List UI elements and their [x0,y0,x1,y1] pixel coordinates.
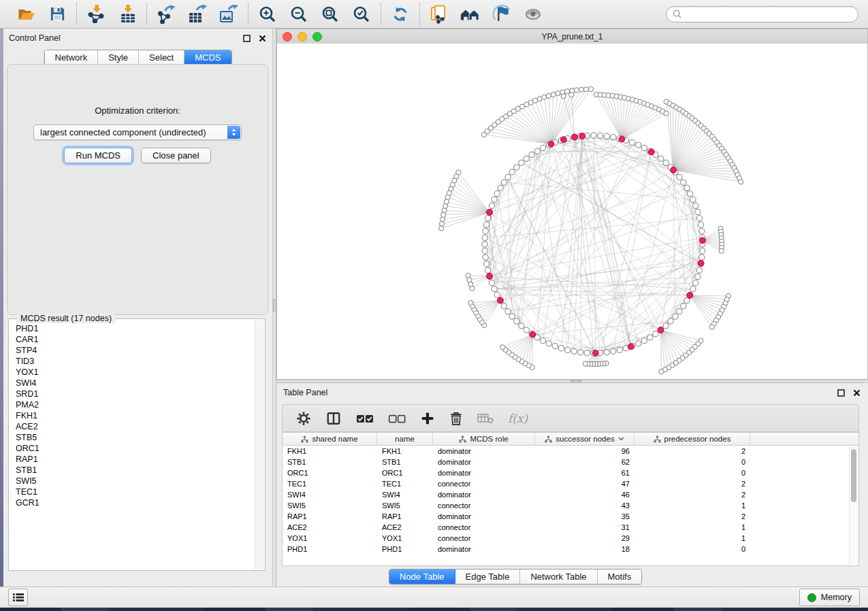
network-node[interactable] [565,347,570,352]
network-node[interactable] [698,222,703,227]
tab-edge-table[interactable]: Edge Table [455,569,521,584]
network-leaf-node[interactable] [439,226,444,231]
table-row[interactable]: YOX1YOX1connector291 [283,533,858,544]
column-header-shared-name[interactable]: shared name [283,433,377,445]
network-node[interactable] [529,152,534,157]
home-icon[interactable] [460,4,481,24]
network-node[interactable] [684,298,690,303]
table-cell[interactable]: 1 [634,523,750,531]
network-leaf-node[interactable] [439,221,444,226]
table-cell[interactable]: dominator [433,491,535,499]
network-node[interactable] [578,350,583,355]
network-node[interactable] [494,191,500,197]
network-leaf-node[interactable] [588,86,593,91]
network-hub-node[interactable] [498,297,504,303]
mcds-result-item[interactable]: FKH1 [10,410,255,421]
network-hub-node[interactable] [548,141,554,147]
network-node[interactable] [673,314,678,319]
network-leaf-node[interactable] [583,87,588,92]
table-cell[interactable]: RAP1 [283,512,377,521]
network-node[interactable] [591,133,596,138]
network-node[interactable] [541,338,546,344]
network-hub-node[interactable] [530,331,536,337]
network-hub-node[interactable] [572,134,578,140]
tab-network[interactable]: Network [44,50,98,65]
table-cell[interactable]: 0 [634,458,750,466]
table-cell[interactable]: 2 [634,491,750,499]
network-node[interactable] [514,165,519,170]
network-node[interactable] [505,309,511,314]
import-table-icon[interactable] [117,4,138,24]
save-session-icon[interactable] [47,4,67,24]
table-cell[interactable]: SWI5 [283,501,377,510]
table-cell[interactable]: 61 [535,469,634,477]
table-cell[interactable]: PHD1 [283,545,377,553]
table-cell[interactable]: connector [433,480,535,488]
network-node[interactable] [509,169,515,175]
table-cell[interactable]: dominator [433,545,535,553]
network-node[interactable] [636,142,641,148]
network-node[interactable] [663,160,669,165]
network-node[interactable] [693,203,698,208]
table-cell[interactable]: 43 [535,501,634,510]
mcds-result-item[interactable]: STB1 [10,465,255,476]
close-panel-icon[interactable] [852,388,861,397]
column-header-mcds-role[interactable]: MCDS role [433,433,535,445]
network-hub-node[interactable] [487,273,493,279]
column-header-successor-nodes[interactable]: successor nodes [535,433,634,445]
network-node[interactable] [524,327,529,333]
network-node[interactable] [514,318,519,324]
delete-column-icon[interactable] [449,411,463,426]
table-row[interactable]: SWI5SWI5connector431 [283,500,858,511]
table-cell[interactable]: 35 [535,512,634,521]
network-node[interactable] [498,185,503,191]
network-node[interactable] [524,156,529,161]
network-leaf-node[interactable] [583,361,588,366]
open-file-icon[interactable] [16,4,36,24]
zoom-in-icon[interactable] [257,4,278,24]
table-cell[interactable]: ORC1 [377,469,433,477]
network-node[interactable] [598,133,603,138]
network-node[interactable] [519,160,524,165]
network-node[interactable] [693,280,698,286]
criterion-dropdown[interactable]: largest connected component (undirected) [33,125,242,140]
network-node[interactable] [552,344,558,349]
network-node[interactable] [604,350,609,355]
column-header-predecessor-nodes[interactable]: predecessor nodes [634,433,750,445]
network-leaf-node[interactable] [556,91,560,96]
mcds-result-item[interactable]: ORC1 [10,443,255,454]
network-node[interactable] [699,229,705,234]
add-column-icon[interactable] [420,411,435,426]
table-row[interactable]: ACE2ACE2connector311 [283,522,858,533]
close-panel-button[interactable]: Close panel [141,148,211,163]
network-node[interactable] [641,338,647,344]
export-network-icon[interactable] [156,4,176,24]
table-row[interactable]: ORC1ORC1dominator610 [283,467,858,478]
network-leaf-node[interactable] [466,273,470,278]
table-cell[interactable]: 0 [634,545,750,553]
network-node[interactable] [494,292,500,297]
table-cell[interactable]: TEC1 [377,480,433,488]
table-cell[interactable]: SWI4 [377,491,433,499]
network-leaf-node[interactable] [561,94,566,99]
table-cell[interactable]: dominator [433,469,535,477]
table-cell[interactable]: 2 [634,480,750,488]
network-node[interactable] [604,133,609,139]
network-hub-node[interactable] [700,237,706,244]
mcds-result-item[interactable]: STP4 [10,345,255,356]
close-panel-icon[interactable] [257,33,267,43]
mcds-result-item[interactable]: PMA2 [10,399,255,410]
table-cell[interactable]: 62 [535,458,634,466]
network-node[interactable] [501,180,507,185]
zoom-out-icon[interactable] [289,4,309,24]
zoom-selected-icon[interactable] [351,4,372,24]
table-cell[interactable]: ACE2 [283,523,377,531]
network-hub-node[interactable] [671,167,677,174]
run-mcds-button[interactable]: Run MCDS [64,148,132,163]
network-node[interactable] [681,180,686,185]
network-node[interactable] [636,341,641,346]
table-cell[interactable]: FKH1 [377,447,433,455]
network-canvas[interactable] [277,44,867,379]
network-leaf-node[interactable] [442,208,447,213]
network-node[interactable] [688,191,693,197]
